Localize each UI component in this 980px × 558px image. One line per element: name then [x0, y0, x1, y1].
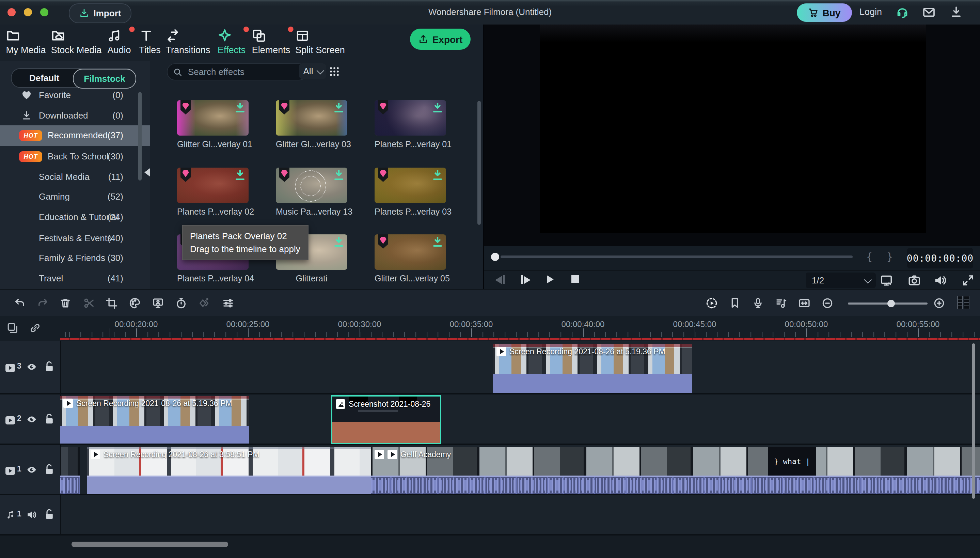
clip-screen-recording-track3[interactable]: Screen Recording 2021-08-26 at 5.19.36 P… — [493, 344, 692, 393]
grid-view-icon[interactable] — [329, 66, 340, 77]
link-clips-icon[interactable] — [29, 322, 41, 334]
seek-bar[interactable] — [501, 256, 852, 258]
effect-card[interactable]: Planets P...verlay 01 — [375, 100, 446, 149]
sidebar-item-travel[interactable]: Travel (41) — [0, 268, 150, 289]
login-button[interactable]: Login — [859, 7, 882, 17]
snapshot-camera-icon[interactable] — [908, 274, 921, 287]
zoom-out-icon[interactable] — [821, 297, 834, 309]
track-visibility-eye-icon[interactable] — [26, 414, 38, 425]
voiceover-mic-icon[interactable] — [752, 297, 764, 309]
time-ruler[interactable]: 00:00:20:00 00:00:25:00 00:00:30:00 00:0… — [60, 316, 980, 341]
clip-audio-waveform[interactable] — [371, 476, 980, 494]
sidebar-item-downloaded[interactable]: Downloaded (0) — [0, 106, 150, 126]
download-effect-icon[interactable] — [334, 103, 343, 112]
support-headset-icon[interactable] — [895, 5, 909, 19]
sidebar-item-social-media[interactable]: Social Media (11) — [0, 167, 150, 187]
adjust-sliders-icon[interactable] — [222, 297, 234, 309]
clip-gellf-academy[interactable]: } what | Gellf Academy — [371, 447, 980, 476]
toggle-default[interactable]: Default — [11, 69, 77, 87]
sidebar-item-back-to-school[interactable]: HOT Back To School (30) — [0, 146, 150, 167]
tab-audio[interactable]: Audio — [107, 29, 131, 55]
download-effect-icon[interactable] — [433, 103, 442, 112]
timeline-horizontal-scrollbar[interactable] — [72, 542, 228, 547]
stop-button[interactable] — [571, 275, 579, 283]
display-device-icon[interactable] — [880, 274, 893, 287]
effect-card[interactable]: Planets P...verlay 03 — [375, 167, 446, 217]
delete-icon[interactable] — [59, 297, 72, 309]
color-palette-icon[interactable] — [129, 297, 141, 309]
clip-fragment-audio[interactable] — [60, 476, 80, 494]
sidebar-item-education-tutorial[interactable]: Education & Tutorial (24) — [0, 207, 150, 228]
crop-icon[interactable] — [106, 297, 118, 309]
tab-my-media[interactable]: My Media — [6, 29, 46, 55]
speed-stopwatch-icon[interactable] — [175, 297, 187, 309]
previous-frame-button[interactable] — [495, 275, 505, 284]
track-lock-icon[interactable] — [44, 413, 54, 425]
clip-audio-region-selected[interactable] — [87, 476, 371, 494]
effect-card[interactable]: Music Pa...verlay 13 — [276, 167, 347, 217]
download-effect-icon[interactable] — [433, 237, 442, 247]
timeline-zoom-handle[interactable] — [887, 299, 895, 307]
sidebar-item-favorite[interactable]: Favorite (0) — [0, 85, 150, 106]
redo-icon[interactable] — [37, 297, 49, 309]
track-lock-icon[interactable] — [44, 508, 54, 520]
effect-card[interactable]: Glitter Gl...verlay 05 — [375, 235, 446, 284]
next-frame-button[interactable] — [521, 275, 530, 284]
download-icon[interactable] — [949, 5, 963, 19]
fullscreen-icon[interactable] — [962, 274, 975, 287]
effect-card[interactable]: Glitter Gl...verlay 03 — [276, 100, 347, 149]
paste-clip-icon[interactable] — [7, 322, 18, 334]
tab-stock-media[interactable]: Stock Media — [51, 29, 102, 55]
download-effect-icon[interactable] — [433, 170, 442, 180]
split-scissors-icon[interactable] — [83, 297, 95, 309]
green-screen-icon[interactable] — [152, 297, 164, 309]
tab-elements[interactable]: Elements — [252, 29, 290, 55]
playhead-handle[interactable] — [491, 253, 499, 261]
clip-screen-recording-track1[interactable]: Screen Recording 2021-08-26 at 3:58:51 P… — [87, 447, 371, 476]
download-effect-icon[interactable] — [236, 170, 244, 180]
timeline-vertical-scrollbar[interactable] — [972, 343, 975, 499]
track-lock-icon[interactable] — [44, 463, 54, 476]
download-effect-icon[interactable] — [236, 103, 244, 112]
sidebar-item-family-friends[interactable]: Family & Friends (30) — [0, 248, 150, 268]
collapse-sidebar-arrow[interactable] — [144, 168, 150, 176]
download-effect-icon[interactable] — [334, 237, 343, 247]
track-manager-icon[interactable] — [957, 295, 969, 307]
effect-card[interactable]: Planets P...verlay 02 — [177, 167, 249, 217]
download-effect-icon[interactable] — [334, 170, 343, 180]
render-preview-icon[interactable] — [705, 297, 718, 309]
buy-button[interactable]: Buy — [797, 3, 852, 22]
track-mute-speaker-icon[interactable] — [26, 509, 38, 520]
mail-icon[interactable] — [922, 5, 936, 19]
clip-screenshot-selected[interactable]: Screenshot 2021-08-26 — [331, 395, 441, 444]
track-visibility-eye-icon[interactable] — [26, 464, 38, 476]
filter-dropdown[interactable]: All — [299, 63, 326, 79]
clip-screen-recording-track2[interactable]: Screen Recording 2021-08-26 at 5.19.36 P… — [60, 396, 249, 443]
track-lane-audio-1[interactable] — [60, 495, 980, 535]
tab-titles[interactable]: Titles — [139, 29, 161, 55]
mark-out-icon[interactable]: } — [887, 251, 893, 263]
effect-card[interactable]: Glitter Gl...verlay 01 — [177, 100, 249, 149]
clip-fragment[interactable] — [60, 447, 80, 476]
zoom-in-icon[interactable] — [933, 297, 945, 309]
sidebar-item-recommended[interactable]: HOT Recommended (37) — [0, 125, 150, 146]
track-visibility-eye-icon[interactable] — [26, 361, 38, 373]
sidebar-item-gaming[interactable]: Gaming (52) — [0, 187, 150, 207]
volume-icon[interactable] — [934, 274, 947, 287]
fit-timeline-icon[interactable] — [798, 297, 810, 309]
marker-icon[interactable] — [729, 297, 741, 309]
audio-mixer-icon[interactable] — [775, 297, 787, 309]
sidebar-scrollbar[interactable] — [138, 92, 142, 181]
undo-icon[interactable] — [14, 297, 26, 309]
mark-in-icon[interactable]: { — [866, 251, 872, 263]
export-button[interactable]: Export — [410, 29, 471, 50]
effects-scrollbar[interactable] — [478, 101, 481, 225]
keyframe-icon[interactable] — [198, 297, 210, 309]
preview-quality-dropdown[interactable]: 1/2 — [806, 272, 876, 288]
search-input[interactable] — [187, 66, 309, 78]
track-lock-icon[interactable] — [44, 360, 54, 373]
play-button[interactable] — [547, 275, 554, 284]
tab-split-screen[interactable]: Split Screen — [295, 29, 345, 55]
tab-transitions[interactable]: Transitions — [165, 29, 210, 55]
tab-effects[interactable]: Effects — [218, 29, 245, 55]
